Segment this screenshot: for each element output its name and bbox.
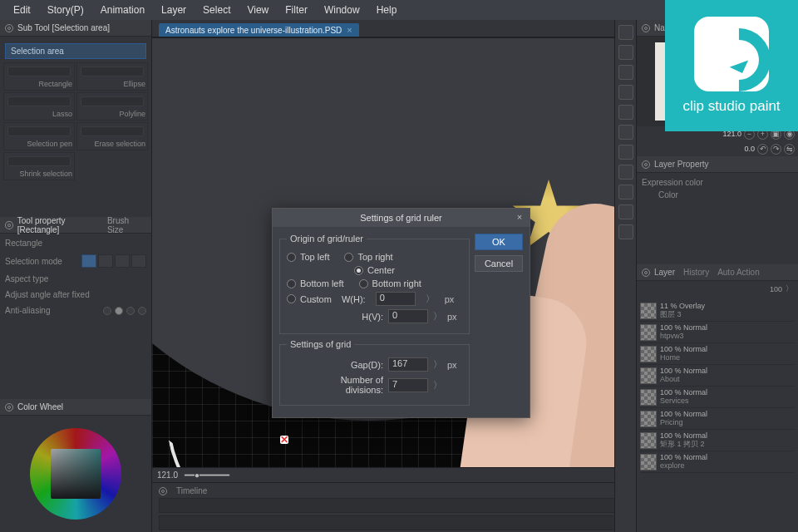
spinner-icon[interactable]: 〉: [426, 293, 435, 305]
layer-row[interactable]: 100 % Normalexplore: [640, 451, 795, 473]
expression-color-dropdown[interactable]: Color: [642, 190, 793, 200]
menu-filter[interactable]: Filter: [277, 4, 316, 16]
opacity-spinner[interactable]: 〉: [786, 283, 793, 294]
tab-auto-action[interactable]: Auto Action: [717, 268, 760, 277]
tab-history[interactable]: History: [683, 268, 709, 277]
colorwheel-header: Color Wheel: [0, 399, 151, 416]
gear-icon[interactable]: [642, 268, 650, 277]
cancel-button[interactable]: Cancel: [475, 255, 523, 272]
material-icon[interactable]: [618, 204, 633, 219]
layerprop-header: Layer Property: [637, 156, 798, 173]
gear-icon[interactable]: [5, 403, 13, 411]
spinner-icon[interactable]: 〉: [433, 379, 442, 392]
navigator-rot: 0.0: [744, 145, 755, 153]
color-wheel[interactable]: [0, 416, 151, 532]
menu-layer[interactable]: Layer: [153, 4, 195, 16]
colorwheel-title: Color Wheel: [17, 402, 63, 411]
zoom-slider[interactable]: ━━●━━━━━━: [185, 470, 229, 480]
subtool-header: Sub Tool [Selection area]: [0, 20, 151, 37]
subtool-lasso[interactable]: Lasso: [3, 92, 75, 121]
input-gap[interactable]: 167: [388, 357, 428, 372]
canvas-status-bar: 121.0 ━━●━━━━━━: [152, 467, 636, 482]
flip-button[interactable]: ⇋: [784, 144, 795, 155]
subtool-tab-selection-area[interactable]: Selection area: [5, 43, 146, 59]
dialog-title-bar[interactable]: Settings of grid ruler ×: [273, 209, 530, 227]
gear-icon[interactable]: [642, 160, 650, 169]
layer-row[interactable]: 100 % Normal矩形 1 拷贝 2: [640, 430, 795, 451]
radio-top-right[interactable]: Top right: [344, 252, 392, 262]
gear-icon[interactable]: [159, 487, 167, 495]
material-icon[interactable]: [618, 224, 633, 239]
label-expression-color: Expression color: [642, 178, 793, 187]
menu-window[interactable]: Window: [316, 4, 368, 16]
layerprop-title: Layer Property: [654, 160, 709, 169]
input-divisions[interactable]: 7: [388, 378, 428, 392]
menu-help[interactable]: Help: [368, 4, 406, 16]
spinner-icon[interactable]: 〉: [433, 310, 442, 323]
subtool-selection-pen[interactable]: Selection pen: [3, 122, 75, 150]
toolprop-title: Tool property [Rectangle]: [17, 216, 107, 234]
layer-thumbnail: [640, 367, 657, 384]
radio-bottom-left[interactable]: Bottom left: [287, 278, 344, 288]
material-icon[interactable]: [618, 185, 633, 200]
label-hv: H(V):: [302, 312, 383, 322]
radio-custom[interactable]: Custom: [287, 294, 332, 304]
timeline-track[interactable]: [159, 515, 629, 530]
rotate-left-button[interactable]: ↶: [757, 144, 768, 155]
subtool-erase-selection[interactable]: Erase selection: [76, 122, 148, 150]
material-icon[interactable]: [618, 105, 633, 120]
radio-bottom-right[interactable]: Bottom right: [359, 278, 421, 288]
subtool-shrink-selection[interactable]: Shrink selection: [3, 152, 75, 180]
layer-opacity-value[interactable]: 100: [770, 285, 782, 293]
anchor-delete-icon[interactable]: ✕: [280, 436, 288, 444]
menu-animation[interactable]: Animation: [92, 4, 153, 16]
toolprop-tab-brush-size[interactable]: Brush Size: [107, 216, 146, 234]
layer-title: Layer: [654, 268, 675, 277]
material-icon[interactable]: [618, 145, 633, 160]
document-tab[interactable]: Astronauts explore the universe-illustra…: [159, 23, 359, 37]
input-wh[interactable]: 0: [376, 292, 416, 306]
radio-center[interactable]: Center: [354, 265, 395, 275]
menu-view[interactable]: View: [239, 4, 277, 16]
layer-thumbnail: [640, 324, 657, 341]
quickaccess-icon[interactable]: [618, 45, 633, 60]
layer-row[interactable]: 100 % NormalPricing: [640, 408, 795, 430]
menu-select[interactable]: Select: [195, 4, 239, 16]
subtool-panel: Selection area Rectangle Ellipse Lasso P…: [0, 37, 151, 184]
fieldset-origin: Origin of grid/ruler Top left Top right …: [279, 234, 470, 334]
layer-thumbnail: [640, 411, 657, 427]
layer-row[interactable]: 11 % Overlay图层 3: [640, 300, 795, 322]
timeline-title: Timeline: [176, 486, 207, 495]
menu-story[interactable]: Story(P): [39, 4, 92, 16]
anti-aliasing-buttons[interactable]: [103, 307, 146, 315]
close-icon[interactable]: ×: [513, 210, 526, 224]
close-icon[interactable]: ×: [347, 25, 352, 35]
radio-top-left[interactable]: Top left: [287, 252, 329, 262]
gear-icon[interactable]: [5, 24, 13, 32]
material-icon[interactable]: [618, 125, 633, 140]
input-hv[interactable]: 0: [388, 309, 428, 323]
toolprop-panel: Rectangle Selection mode Aspect type Adj…: [0, 234, 151, 399]
ok-button[interactable]: OK: [475, 234, 523, 250]
subview-icon[interactable]: [618, 65, 633, 80]
gear-icon[interactable]: [5, 221, 13, 229]
material-icon[interactable]: [618, 165, 633, 180]
subtool-ellipse[interactable]: Ellipse: [76, 62, 148, 91]
layer-row[interactable]: 100 % NormalHome: [640, 343, 795, 365]
material-icon[interactable]: [618, 85, 633, 100]
layer-row[interactable]: 100 % Normalhtpvw3: [640, 322, 795, 343]
rotate-right-button[interactable]: ↷: [771, 144, 781, 155]
label-selection-mode: Selection mode: [5, 257, 62, 266]
fieldset-grid: Settings of grid Gap(D): 167 〉 px Number…: [279, 339, 470, 406]
subtool-polyline[interactable]: Polyline: [76, 92, 148, 121]
gear-icon[interactable]: [642, 24, 650, 32]
spinner-icon[interactable]: 〉: [433, 358, 442, 371]
selection-mode-buttons[interactable]: [81, 254, 146, 268]
layer-row[interactable]: 100 % NormalServices: [640, 387, 795, 408]
menu-edit[interactable]: Edit: [5, 4, 39, 16]
subtool-rectangle[interactable]: Rectangle: [3, 62, 75, 91]
timeline-track[interactable]: [159, 498, 629, 513]
layer-row[interactable]: 100 % NormalAbout: [640, 365, 795, 387]
vertical-icon-bar: [614, 20, 636, 532]
search-icon[interactable]: [618, 25, 633, 40]
